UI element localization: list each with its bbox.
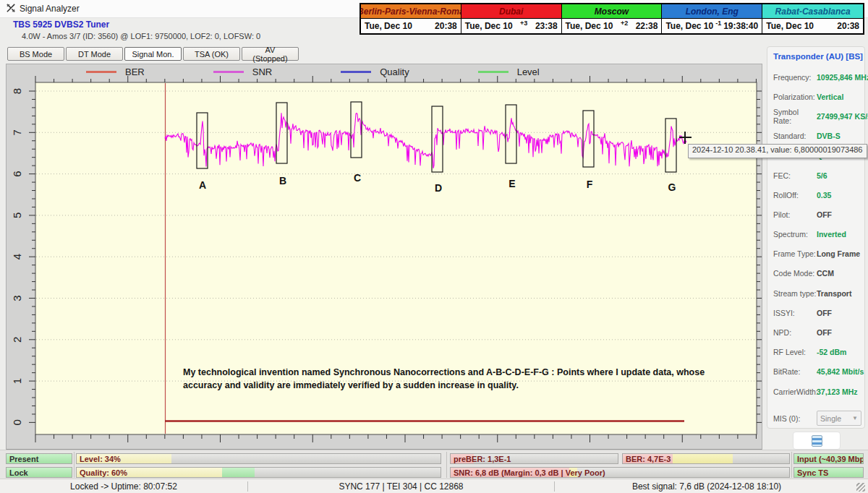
mis-select[interactable]: Single ▼: [817, 411, 861, 426]
transponder-row: Standard:DVB-S: [773, 127, 864, 146]
tuner-details: 4.0W - Amos 3/7 (ID: 3560) @ LOF1: 97500…: [22, 32, 260, 40]
bar-label: SNR: 6,8 dB (Margin: 0,3 dB | Very Poor): [454, 468, 605, 477]
transponder-row: Frame Type:Long Frame: [773, 244, 864, 264]
indicator-bar-ber: BER: 4,7E-3: [622, 453, 790, 464]
clock-date: Tue, Dec 10: [766, 21, 814, 31]
transponder-row: CarrierWidth:37,123 MHz: [773, 382, 864, 401]
clock-utc-offset: +3: [513, 20, 535, 27]
marker-label-C: C: [354, 172, 361, 184]
clock-city-header: London, Eng: [662, 4, 762, 19]
clock-time: 19:38:40: [723, 21, 758, 31]
y-axis-label: 6: [11, 171, 23, 176]
bar-label: Sync TS: [797, 468, 828, 477]
signal-analyzer-window: Signal Analyzer Berlin-Paris-Vienna-Roma…: [0, 0, 868, 493]
transponder-row-value: -52 dBm: [817, 348, 846, 356]
transponder-row-value: Transport: [817, 289, 851, 298]
indicator-bar-quality: Quality: 60%: [76, 467, 441, 478]
transponder-row: RollOff:0.35: [773, 185, 864, 205]
transponder-rows: Frequency:10925,846 MHzPolarization:Vert…: [773, 67, 864, 401]
transponder-row-value: DVB-S: [817, 132, 841, 140]
tab-dt-mode[interactable]: DT Mode: [66, 47, 123, 61]
transponder-row-value: 45,842 Mbit/s: [817, 367, 864, 376]
mode-tabs: BS ModeDT ModeSignal Mon.TSA (OK)AV (Sto…: [7, 47, 299, 61]
indicator-bar-level: Level: 34%: [76, 453, 441, 464]
clock-date: Tue, Dec 10: [566, 21, 613, 31]
transponder-row: Stream type:Transport: [773, 283, 864, 303]
transponder-row-value: Inverted: [817, 230, 846, 239]
crosshair-cursor-icon: [679, 132, 692, 144]
chart-annotation-text: My technological invention named Synchro…: [183, 366, 733, 392]
bars-separator: [446, 452, 447, 478]
transponder-row-label: BitRate:: [773, 367, 817, 376]
indicator-bar-preber: preBER: 1,3E-1: [450, 453, 618, 464]
y-axis-label: 8: [11, 88, 23, 94]
transponder-row-label: Code Mode:: [773, 269, 817, 278]
clock-utc-offset: +2: [613, 20, 635, 27]
mis-selected-value: Single: [820, 414, 841, 423]
clock-datetime-cell: Tue, Dec 10+323:38: [461, 19, 562, 33]
annotation-line-1: My technological invention named Synchro…: [183, 366, 733, 379]
transponder-row: Symbol Rate:27499,947 KS/s: [773, 106, 864, 126]
clock-utc-offset: -1: [713, 20, 723, 27]
transponder-row: Frequency:10925,846 MHz: [773, 67, 864, 87]
transponder-row: Spectrum:Inverted: [773, 225, 864, 244]
window-title: Signal Analyzer: [20, 4, 80, 14]
y-axis-label: 1: [11, 378, 23, 384]
clock-datetime-cell: Tue, Dec 1020:38: [361, 19, 461, 33]
chevron-down-icon: ▼: [852, 415, 858, 421]
bar-label: BER: 4,7E-3: [626, 455, 671, 463]
transponder-row-label: NPD:: [773, 328, 817, 337]
signal-chart-widget[interactable]: BERSNRQualityLevel 876543210ABCDEFG My t…: [6, 64, 762, 450]
transponder-row-label: Symbol Rate:: [773, 108, 817, 125]
clock-date: Tue, Dec 10: [465, 21, 513, 31]
bar-fill-green: [222, 468, 255, 477]
status-bar: Locked -> Uptime: 80:07:52 SYNC 177 | TE…: [0, 479, 868, 493]
clock-time: 23:38: [535, 21, 558, 31]
transponder-row: NPD:OFF: [773, 322, 864, 342]
status-best-signal: Best signal: 7,6 dB (2024-12-08 18:10): [554, 481, 859, 492]
resize-grip[interactable]: [856, 483, 865, 492]
status-sync-counters: SYNC 177 | TEI 304 | CC 12868: [247, 481, 554, 492]
bar-label: Input (~40,39 Mbps): [797, 455, 864, 463]
y-axis-label: 0: [11, 419, 23, 425]
transponder-row-value: OFF: [817, 328, 832, 337]
y-axis-label: 7: [11, 129, 23, 135]
transponder-row-label: Stream type:: [773, 289, 817, 298]
bar-label: Present: [9, 455, 38, 463]
y-axis-label: 5: [11, 213, 23, 218]
tab-av-stopped[interactable]: AV (Stopped): [242, 47, 299, 61]
clock-time: 22:38: [636, 21, 658, 31]
transponder-row: Pilot:OFF: [773, 205, 864, 224]
transponder-row-value: 37,123 MHz: [817, 387, 858, 396]
transponder-row-label: CarrierWidth:: [773, 387, 817, 396]
status-lock-uptime: Locked -> Uptime: 80:07:52: [0, 481, 247, 492]
transponder-row-label: FEC:: [773, 171, 817, 180]
transponder-row-label: Pilot:: [773, 210, 817, 219]
tab-tsa-ok[interactable]: TSA (OK): [183, 47, 240, 61]
y-axis-label: 4: [11, 254, 23, 260]
transponder-row-label: RollOff:: [773, 191, 817, 200]
mis-label: MIS (0):: [773, 414, 817, 423]
bar-label: Level: 34%: [80, 455, 121, 463]
bar-label: preBER: 1,3E-1: [454, 455, 511, 463]
tab-signal-mon[interactable]: Signal Mon.: [124, 47, 182, 61]
clock-datetime-cell: Tue, Dec 10+222:38: [562, 19, 663, 33]
tab-bs-mode[interactable]: BS Mode: [7, 47, 64, 61]
transponder-row: RF Level:-52 dBm: [773, 343, 864, 362]
transponder-row-value: OFF: [817, 309, 832, 317]
transponder-row-value: Vertical: [817, 93, 843, 101]
y-axis-label: 2: [11, 337, 23, 343]
capture-list-button[interactable]: [793, 432, 841, 450]
indicator-bar-snr: SNR: 6,8 dB (Margin: 0,3 dB | Very Poor): [450, 467, 790, 478]
y-axis-label: 3: [11, 295, 23, 301]
clock-city-header: Berlin-Paris-Vienna-Roma: [361, 4, 461, 19]
world-clocks-table: Berlin-Paris-Vienna-RomaDubaiMoscowLondo…: [359, 3, 864, 35]
bar-label: Quality: 60%: [80, 468, 127, 477]
transponder-row-value: Long Frame: [817, 249, 860, 258]
marker-label-B: B: [279, 175, 286, 187]
indicator-bar-input: Input (~40,39 Mbps): [793, 453, 864, 464]
app-icon: [6, 3, 17, 14]
transponder-panel: Transponder (AU) [BS] Frequency:10925,84…: [767, 46, 865, 429]
transponder-row-label: Standard:: [773, 132, 817, 140]
datapoint-tooltip: 2024-12-10 20.38.41, value: 6,8000001907…: [688, 144, 867, 158]
